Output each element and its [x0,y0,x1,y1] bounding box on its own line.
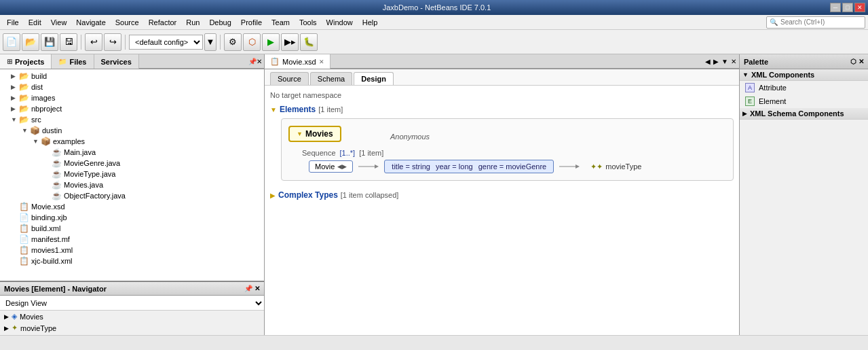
minimize-button[interactable]: ─ [830,3,841,12]
tab-design[interactable]: Design [354,72,394,85]
menu-refactor[interactable]: Refactor [145,17,181,28]
menu-tools[interactable]: Tools [295,17,321,28]
palette-item-attribute[interactable]: A Attribute [740,81,868,94]
tab-projects[interactable]: ⊞ Projects [0,54,52,69]
movie-element-box[interactable]: Movie ◀▶ [309,160,353,173]
nav-expand-movietype[interactable]: ▶ [4,325,9,332]
tab-services[interactable]: Services [94,54,139,69]
new-project-button[interactable]: 📄 [3,33,20,51]
menu-help[interactable]: Help [358,17,382,28]
menu-navigate[interactable]: Navigate [72,17,109,28]
connector2-line-svg [559,162,580,171]
sep2 [125,35,126,50]
nav-element-icon: ◈ [12,312,17,321]
navigator-view-select[interactable]: Design View [0,296,264,311]
undo-button[interactable]: ↩ [85,33,102,51]
menu-view[interactable]: View [47,17,71,28]
menu-run[interactable]: Run [182,17,204,28]
menu-file[interactable]: File [3,17,23,28]
tree-item-xjc-build-xml[interactable]: 📋 xjc-build.xml [0,256,264,266]
movietype-ref-box[interactable]: ✦✦ movieType [590,162,641,171]
tab-schema[interactable]: Schema [310,72,352,85]
palette-element-label: Element [759,97,786,105]
nav-item-movietype[interactable]: ▶ ✦ movieType [0,322,264,334]
xml-file-icon: 📋 [19,256,29,266]
complex-types-expand-icon[interactable]: ▶ [270,192,276,199]
config-select[interactable]: <default config> [129,35,203,50]
palette-section-xml-components[interactable]: ▼ XML Components [740,69,868,81]
redo-button[interactable]: ↪ [104,33,121,51]
properties-button[interactable]: ⚙ [224,33,242,51]
tree-item-dustin[interactable]: ▼ 📦 dustin [0,125,264,136]
navigator-pin-icon[interactable]: 📌 [244,285,252,292]
tree-item-movietype-java[interactable]: ☕ MovieType.java [0,169,264,179]
movies-element-box[interactable]: ▼ Movies [288,126,341,142]
tree-item-dist[interactable]: ▶ 📂 dist [0,82,264,92]
editor-nav-next[interactable]: ▶ [713,58,719,65]
tree-item-manifest-mf[interactable]: 📄 manifest.mf [0,234,264,245]
tree-label-images: images [31,94,55,102]
palette-expand-icon[interactable]: ⬡ [850,58,856,65]
palette-section-expand-schema[interactable]: ▶ [742,110,747,117]
editor-tab-movie-xsd[interactable]: 📋 Movie.xsd ✕ [265,54,331,69]
search-bar[interactable]: 🔍 [766,16,865,29]
tree-item-moviegenre-java[interactable]: ☕ MovieGenre.java [0,158,264,169]
tab-source[interactable]: Source [270,72,309,85]
close-button[interactable]: ✕ [854,3,865,12]
tree-item-movies1-xml[interactable]: 📋 movies1.xml [0,245,264,256]
left-panel-pin[interactable]: 📌 [248,58,257,65]
tree-item-objectfactory-java[interactable]: ☕ ObjectFactory.java [0,190,264,201]
attributes-box[interactable]: title = string year = long genre = movie… [384,160,554,173]
tab-files[interactable]: 📁 Files [52,54,94,69]
debug2-button[interactable]: 🐛 [300,33,318,51]
search-input[interactable] [780,18,862,26]
run-button[interactable]: ▶ [262,33,280,51]
tree-item-build[interactable]: ▶ 📂 build [0,71,264,82]
left-panel-close[interactable]: ✕ [257,58,262,65]
menu-debug[interactable]: Debug [205,17,235,28]
save-button[interactable]: 💾 [41,33,58,51]
complex-types-header[interactable]: ▶ Complex Types [1 item collapsed] [270,190,734,200]
config-manage-button[interactable]: ▼ [204,33,216,51]
menu-edit[interactable]: Edit [24,17,45,28]
movies-expand-icon[interactable]: ▼ [297,130,303,137]
debug-button[interactable]: ⬡ [243,33,261,51]
menu-profile[interactable]: Profile [237,17,266,28]
tree-item-movie-xsd[interactable]: 📋 Movie.xsd [0,201,264,212]
tree-item-build-xml[interactable]: 📋 build.xml [0,223,264,234]
palette-item-element[interactable]: E Element [740,94,868,108]
tree-item-binding-xjb[interactable]: 📄 binding.xjb [0,212,264,223]
palette-close-icon[interactable]: ✕ [858,58,864,65]
tree-item-images[interactable]: ▶ 📂 images [0,92,264,103]
elements-expand-icon[interactable]: ▼ [270,106,277,113]
nav-expand-movies[interactable]: ▶ [4,313,9,320]
open-project-button[interactable]: 📂 [22,33,39,51]
editor-nav-prev[interactable]: ◀ [705,58,711,65]
palette-section-expand-xml[interactable]: ▼ [742,71,749,78]
editor-close[interactable]: ✕ [731,58,736,65]
xml-file-icon: 📋 [19,245,29,255]
editor-dropdown[interactable]: ▼ [721,58,728,65]
menu-source[interactable]: Source [111,17,143,28]
menu-team[interactable]: Team [267,17,294,28]
tree-item-examples[interactable]: ▼ 📦 examples [0,136,264,147]
save-all-button[interactable]: 🖫 [60,33,77,51]
tree-item-movies-java[interactable]: ☕ Movies.java [0,179,264,190]
tree-item-src[interactable]: ▼ 📂 src [0,114,264,125]
movie-expand-icon[interactable]: ◀▶ [337,163,347,170]
tree-item-nbproject[interactable]: ▶ 📂 nbproject [0,103,264,114]
palette-section-xml-schema[interactable]: ▶ XML Schema Components [740,108,868,120]
maximize-button[interactable]: □ [842,3,853,12]
sep3 [220,35,221,50]
tree-item-main-java[interactable]: ☕ Main.java [0,147,264,158]
content-area: 📋 Movie.xsd ✕ ◀ ▶ ▼ ✕ Source Schema [265,54,739,335]
menu-window[interactable]: Window [322,17,357,28]
project-tree[interactable]: ▶ 📂 build ▶ 📂 dist ▶ 📂 images ▶ [0,69,264,281]
navigator-close-icon[interactable]: ✕ [254,285,260,292]
elements-section-header[interactable]: ▼ Elements [1 item] [270,105,734,114]
title-controls[interactable]: ─ □ ✕ [830,3,865,12]
nav-item-movies[interactable]: ▶ ◈ Movies [0,311,264,322]
run-config-button[interactable]: ▶▸ [281,33,299,51]
editor-tab-close[interactable]: ✕ [319,58,324,65]
tree-label-manifest-mf: manifest.mf [31,235,70,243]
